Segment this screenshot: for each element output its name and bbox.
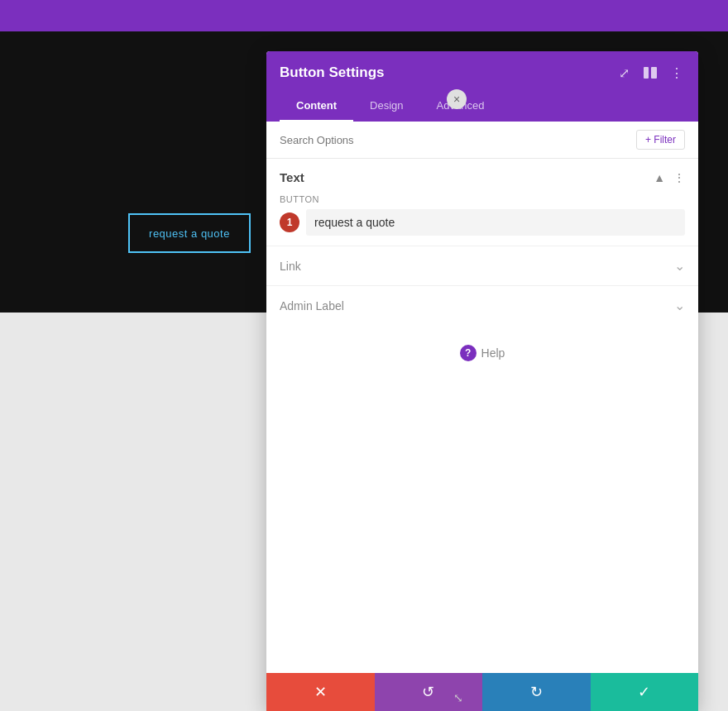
- text-section-header: Text ▲ ⋮: [266, 159, 698, 191]
- button-field-input-row: 1: [280, 209, 685, 236]
- section-controls: ▲ ⋮: [654, 171, 685, 184]
- modal-tabs: Content Design Advanced: [280, 91, 685, 122]
- modal-header-icons: ⤢ ⋮: [615, 64, 685, 81]
- help-row: ? Help: [266, 325, 698, 381]
- field-badge: 1: [280, 212, 299, 232]
- help-icon: ?: [460, 345, 477, 361]
- button-field-label: Button: [280, 194, 685, 204]
- admin-label-collapsible[interactable]: Admin Label ⌄: [266, 285, 698, 325]
- search-row: + Filter: [266, 122, 698, 159]
- modal-footer: ✕ ↺ ↻ ✓: [266, 673, 698, 711]
- svg-rect-1: [651, 67, 657, 79]
- button-field-container: Button 1: [266, 191, 698, 246]
- modal-header: Button Settings ⤢ ⋮ Content Design: [266, 51, 698, 122]
- tab-content[interactable]: Content: [280, 91, 353, 122]
- help-label[interactable]: Help: [481, 346, 505, 360]
- columns-icon[interactable]: [642, 64, 659, 81]
- purple-top-bar: [0, 0, 728, 31]
- modal-body: + Filter Text ▲ ⋮ Button 1 Link ⌄ Admi: [266, 122, 698, 673]
- text-section-title: Text: [280, 170, 304, 184]
- cancel-icon: ✕: [314, 683, 327, 701]
- cancel-button[interactable]: ✕: [266, 673, 375, 711]
- resize-corner-icon[interactable]: ⤡: [453, 691, 463, 704]
- undo-icon: ↺: [422, 683, 434, 701]
- filter-label: + Filter: [645, 134, 676, 146]
- tab-design[interactable]: Design: [353, 91, 419, 122]
- admin-label-text: Admin Label: [280, 299, 344, 313]
- modal-close-x-button[interactable]: ×: [447, 89, 467, 109]
- canvas-button-label: request a quote: [149, 227, 230, 240]
- save-button[interactable]: ✓: [591, 673, 699, 711]
- modal-title: Button Settings: [280, 64, 385, 81]
- admin-label-chevron-icon: ⌄: [674, 298, 685, 313]
- expand-icon[interactable]: ⤢: [615, 64, 632, 81]
- section-more-icon[interactable]: ⋮: [673, 171, 685, 184]
- svg-rect-0: [644, 67, 649, 79]
- save-icon: ✓: [638, 683, 650, 701]
- search-input[interactable]: [280, 134, 630, 146]
- more-options-icon[interactable]: ⋮: [668, 64, 685, 81]
- modal-title-row: Button Settings ⤢ ⋮: [280, 64, 685, 81]
- undo-button[interactable]: ↺: [375, 673, 483, 711]
- button-text-input[interactable]: [306, 209, 685, 236]
- redo-icon: ↻: [530, 683, 543, 701]
- filter-button[interactable]: + Filter: [636, 130, 685, 150]
- collapse-icon[interactable]: ▲: [654, 171, 665, 184]
- redo-button[interactable]: ↻: [482, 673, 591, 711]
- canvas-preview-button[interactable]: request a quote: [128, 213, 251, 253]
- link-label: Link: [280, 260, 301, 273]
- link-chevron-icon: ⌄: [674, 258, 685, 274]
- button-settings-modal: Button Settings ⤢ ⋮ Content Design: [266, 51, 698, 711]
- link-collapsible[interactable]: Link ⌄: [266, 246, 698, 285]
